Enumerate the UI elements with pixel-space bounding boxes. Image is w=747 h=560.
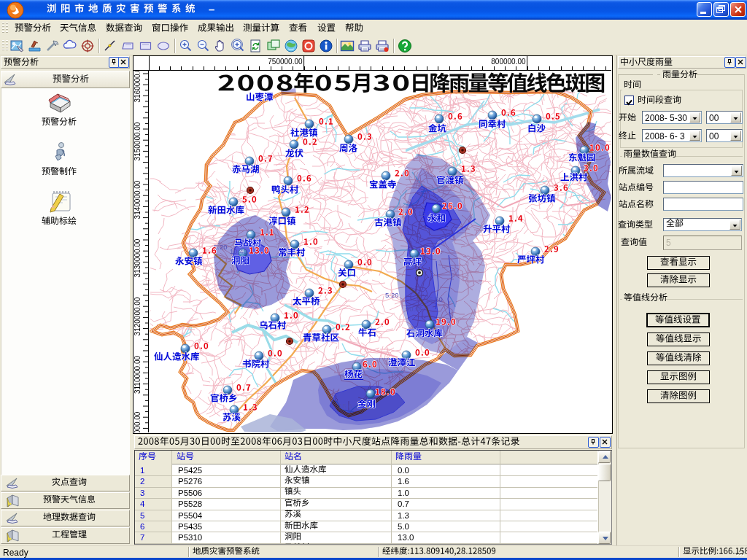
svg-text:3120000.00: 3120000.00 [133, 297, 142, 335]
svg-text:3150000.00: 3150000.00 [133, 122, 142, 160]
svg-text:3100000.00: 3100000.00 [133, 411, 142, 432]
svg-text:750000.00: 750000.00 [268, 58, 303, 66]
svg-text:3130000.00: 3130000.00 [133, 238, 142, 277]
svg-text:3110000.00: 3110000.00 [133, 356, 142, 394]
svg-text:3160000.00: 3160000.00 [133, 71, 142, 102]
svg-text:800000.00: 800000.00 [491, 58, 526, 66]
svg-text:3140000.00: 3140000.00 [133, 180, 142, 219]
